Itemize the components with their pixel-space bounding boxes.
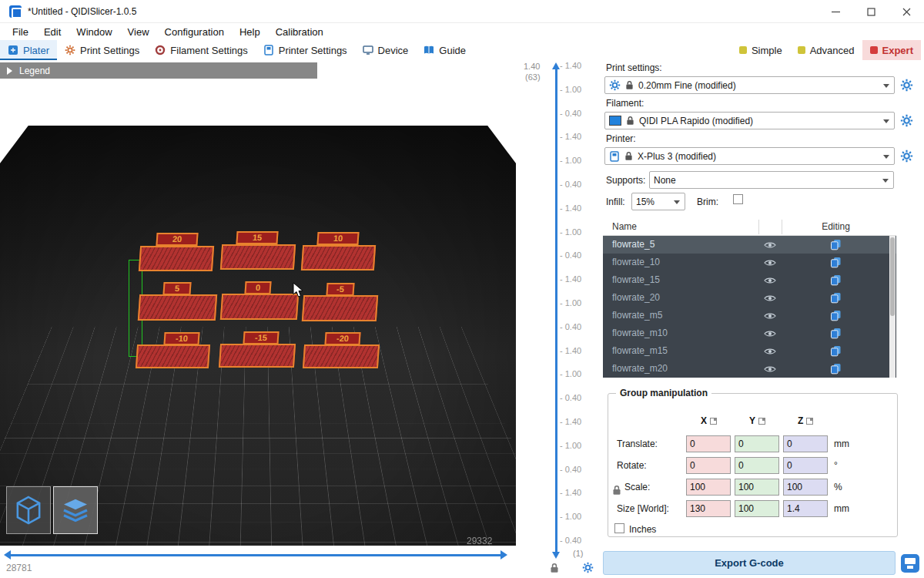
export-gcode-button[interactable]: Export G-code	[603, 551, 896, 575]
mode-expert[interactable]: Expert	[862, 40, 921, 60]
layer-slider-down-arrow[interactable]	[552, 552, 560, 559]
flowrate-label-chip[interactable]: -10	[163, 332, 199, 345]
menu-help[interactable]: Help	[232, 23, 268, 40]
flowrate-label-chip[interactable]: 15	[236, 231, 278, 244]
menu-view[interactable]: View	[120, 23, 157, 40]
uniform-scale-lock-icon[interactable]	[612, 485, 621, 498]
object-list-row[interactable]: flowrate_10	[603, 254, 896, 271]
world-coords-icon[interactable]	[758, 418, 765, 425]
send-to-printer-icon[interactable]	[901, 554, 919, 573]
layer-slider-up-arrow[interactable]	[552, 62, 560, 69]
maximize-button[interactable]	[853, 0, 889, 23]
horizontal-slider[interactable]	[11, 554, 500, 556]
translate-y-input[interactable]	[735, 435, 779, 452]
close-button[interactable]	[889, 0, 924, 23]
flowrate-label-chip[interactable]: 10	[316, 232, 359, 245]
translate-x-input[interactable]	[686, 435, 731, 452]
rotate-y-input[interactable]	[735, 457, 779, 474]
eye-icon[interactable]	[764, 276, 776, 287]
object-list-row[interactable]: flowrate_m20	[603, 360, 896, 378]
eye-icon[interactable]	[764, 311, 776, 322]
tab-guide[interactable]: Guide	[416, 40, 474, 60]
legend-bar[interactable]: Legend	[0, 62, 317, 79]
edit-layers-icon[interactable]	[830, 363, 842, 377]
edit-layers-icon[interactable]	[830, 310, 842, 324]
flowrate-label-chip[interactable]: -20	[324, 332, 360, 345]
menu-edit[interactable]: Edit	[36, 23, 69, 40]
tab-plater[interactable]: Plater	[0, 40, 57, 60]
object-list-row[interactable]: flowrate_m5	[603, 307, 896, 324]
size-z-input[interactable]	[783, 500, 828, 517]
filament-combo[interactable]: QIDI PLA Rapido (modified)	[604, 112, 895, 129]
size-x-input[interactable]	[686, 500, 731, 517]
mode-advanced[interactable]: Advanced	[790, 40, 862, 60]
scale-x-input[interactable]	[686, 479, 731, 496]
inches-checkbox[interactable]	[614, 523, 624, 533]
rotate-x-input[interactable]	[686, 457, 731, 474]
flowrate-slab[interactable]	[219, 344, 296, 368]
object-list-row[interactable]: flowrate_m10	[603, 324, 896, 342]
supports-combo[interactable]: None	[649, 171, 894, 189]
mode-simple[interactable]: Simple	[732, 40, 790, 60]
edit-layers-icon[interactable]	[830, 257, 842, 271]
eye-icon[interactable]	[764, 347, 776, 358]
eye-icon[interactable]	[764, 258, 776, 269]
rotate-z-input[interactable]	[783, 457, 828, 474]
filament-gear-button[interactable]	[900, 114, 913, 127]
flowrate-slab[interactable]	[220, 244, 296, 270]
title-bar[interactable]: *Untitled - QIDISlicer-1.0.5	[0, 0, 924, 23]
flowrate-label-chip[interactable]: 5	[162, 282, 191, 295]
viewport-3d[interactable]: Legend 20 15 10 5 0 -5 -10 -15 -20	[0, 60, 516, 578]
flowrate-slab[interactable]	[136, 344, 210, 368]
flowrate-slab[interactable]	[139, 246, 214, 271]
flowrate-label-chip[interactable]: -15	[243, 331, 279, 344]
object-list-row[interactable]: flowrate_m15	[603, 342, 896, 360]
hslider-right-arrow[interactable]	[500, 550, 507, 560]
tab-device[interactable]: Device	[355, 40, 417, 60]
object-list-row[interactable]: flowrate_20	[603, 289, 896, 307]
eye-icon[interactable]	[764, 294, 776, 304]
flowrate-label-chip[interactable]: 20	[156, 233, 198, 246]
edit-layers-icon[interactable]	[830, 239, 842, 253]
minimize-button[interactable]	[818, 0, 853, 23]
preview-layers-view-button[interactable]	[53, 486, 98, 534]
layer-lock-icon[interactable]	[550, 563, 559, 576]
tab-printer-settings[interactable]: Printer Settings	[256, 40, 355, 60]
printer-combo[interactable]: X-Plus 3 (modified)	[604, 147, 895, 165]
hslider-left-arrow[interactable]	[4, 550, 11, 560]
layer-slider[interactable]	[555, 69, 557, 552]
world-coords-icon[interactable]	[806, 418, 813, 425]
world-coords-icon[interactable]	[710, 418, 717, 425]
menu-configuration[interactable]: Configuration	[157, 23, 232, 40]
tab-filament-settings[interactable]: Filament Settings	[147, 40, 255, 60]
object-list-row[interactable]: flowrate_15	[603, 271, 896, 289]
eye-icon[interactable]	[764, 329, 776, 340]
flowrate-label-chip[interactable]: 0	[244, 281, 271, 294]
flowrate-slab[interactable]	[302, 295, 378, 321]
translate-z-input[interactable]	[783, 435, 828, 452]
tab-print-settings[interactable]: Print Settings	[57, 40, 147, 60]
flowrate-slab[interactable]	[220, 294, 299, 320]
menu-file[interactable]: File	[5, 23, 36, 40]
layer-slider-gear-icon[interactable]	[582, 562, 594, 576]
brim-checkbox[interactable]	[733, 194, 743, 204]
scale-y-input[interactable]	[735, 479, 779, 496]
print-settings-combo[interactable]: 0.20mm Fine (modified)	[604, 76, 895, 94]
menu-window[interactable]: Window	[69, 23, 119, 40]
infill-combo[interactable]: 15%	[631, 193, 685, 210]
flowrate-slab[interactable]	[303, 344, 380, 368]
print-settings-gear-button[interactable]	[900, 79, 913, 92]
eye-icon[interactable]	[764, 240, 776, 251]
size-y-input[interactable]	[735, 500, 779, 517]
eye-icon[interactable]	[764, 365, 776, 375]
scrollbar-thumb[interactable]	[890, 237, 895, 316]
edit-layers-icon[interactable]	[830, 345, 842, 359]
3d-editor-view-button[interactable]	[6, 486, 51, 534]
edit-layers-icon[interactable]	[830, 328, 842, 341]
menu-calibration[interactable]: Calibration	[268, 23, 331, 40]
flowrate-slab[interactable]	[138, 294, 217, 321]
edit-layers-icon[interactable]	[830, 292, 842, 306]
object-list-scrollbar[interactable]	[889, 236, 896, 378]
scale-z-input[interactable]	[783, 479, 828, 496]
flowrate-slab[interactable]	[301, 245, 376, 271]
